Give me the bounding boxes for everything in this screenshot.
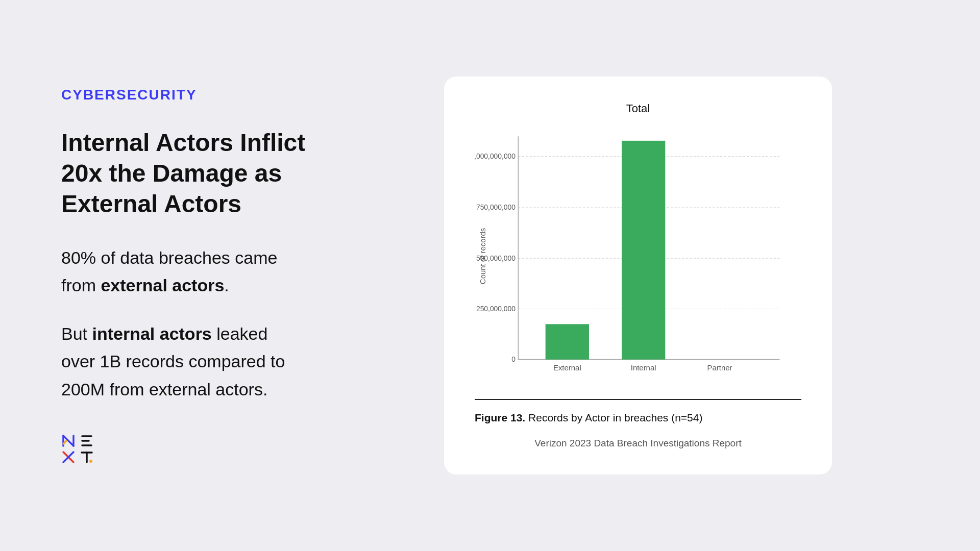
chart-area: Count of records 0 250,000,000 500,000,0… xyxy=(475,126,801,389)
bar-chart-svg: Count of records 0 250,000,000 500,000,0… xyxy=(475,126,801,387)
svg-text:1,000,000,000: 1,000,000,000 xyxy=(475,152,516,160)
svg-line-1 xyxy=(63,436,74,446)
svg-text:250,000,000: 250,000,000 xyxy=(476,305,516,313)
svg-text:0: 0 xyxy=(511,355,516,363)
bar-internal xyxy=(622,141,665,360)
logo-t-icon xyxy=(80,450,94,464)
bar-external xyxy=(546,324,589,360)
chart-title: Total xyxy=(475,102,801,115)
body-paragraph-2: But internal actors leaked over 1B recor… xyxy=(61,320,306,403)
logo-x-icon xyxy=(61,450,76,464)
chart-card: Total Count of records 0 250,000,000 xyxy=(444,77,832,474)
source-text: Verizon 2023 Data Breach Investigations … xyxy=(475,438,801,449)
body-paragraph-1: 80% of data breaches came from external … xyxy=(61,244,306,299)
category-label: CYBERSECURITY xyxy=(61,87,306,103)
x-label-partner: Partner xyxy=(707,363,732,372)
figure-bold: Figure 13. xyxy=(475,412,525,423)
body1-end: . xyxy=(224,276,229,295)
logo-e-icon xyxy=(80,434,94,448)
svg-text:500,000,000: 500,000,000 xyxy=(476,254,516,262)
right-panel: Total Count of records 0 250,000,000 xyxy=(337,31,939,520)
svg-text:750,000,000: 750,000,000 xyxy=(476,204,516,212)
svg-point-11 xyxy=(89,460,92,463)
left-panel: CYBERSECURITY Internal Actors Inflict 20… xyxy=(41,31,337,520)
body2-start: But xyxy=(61,324,92,343)
main-title: Internal Actors Inflict 20x the Damage a… xyxy=(61,128,306,219)
body1-bold: external actors xyxy=(101,276,224,295)
figure-caption: Figure 13. Records by Actor in breaches … xyxy=(475,399,801,425)
body2-bold: internal actors xyxy=(92,324,211,343)
page-layout: CYBERSECURITY Internal Actors Inflict 20… xyxy=(0,0,980,551)
logo-n-icon xyxy=(61,434,76,448)
x-label-internal: Internal xyxy=(631,363,656,372)
logo-row-1 xyxy=(61,434,306,448)
figure-text: Records by Actor in breaches (n=54) xyxy=(525,412,702,423)
logo-row-2 xyxy=(61,450,306,464)
x-label-external: External xyxy=(553,363,581,372)
next-logo xyxy=(61,434,306,464)
